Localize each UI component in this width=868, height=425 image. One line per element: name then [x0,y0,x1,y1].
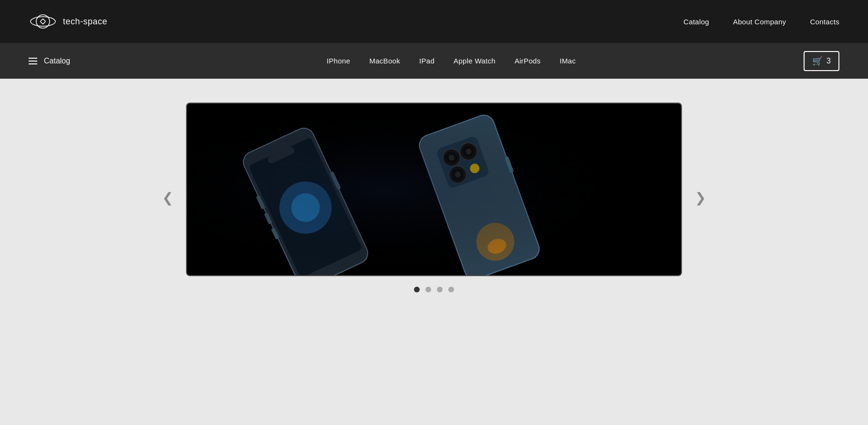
slider-prev-button[interactable]: ❮ [157,185,178,210]
catalog-label: Catalog [44,57,70,65]
catalog-link-applewatch[interactable]: Apple Watch [454,57,496,65]
iphone-illustration [187,104,681,275]
top-navigation: tech-space Catalog About Company Contact… [0,0,868,43]
logo-text: tech-space [63,17,107,27]
catalog-link-ipad[interactable]: IPad [419,57,434,65]
cart-count: 3 [827,57,831,65]
logo-icon [29,7,57,36]
slider-dots [186,287,682,292]
svg-rect-1 [40,19,45,24]
nav-about-link[interactable]: About Company [733,18,786,26]
top-nav-links: Catalog About Company Contacts [683,18,839,26]
main-content: ❮ [0,79,868,316]
cart-icon: 🛒 [812,56,823,66]
nav-contacts-link[interactable]: Contacts [810,18,839,26]
catalog-link-airpods[interactable]: AirPods [515,57,541,65]
slider-wrapper [186,103,682,276]
slider-image [187,104,681,275]
catalog-nav-links: IPhone MacBook IPad Apple Watch AirPods … [99,57,804,65]
catalog-menu-button[interactable]: Catalog [29,57,70,65]
slider-dot-3[interactable] [437,287,443,292]
catalog-link-iphone[interactable]: IPhone [327,57,350,65]
catalog-link-imac[interactable]: IMac [560,57,576,65]
slider-dot-2[interactable] [425,287,431,292]
svg-rect-28 [187,104,681,275]
cart-button[interactable]: 🛒 3 [804,51,839,71]
catalog-bar: Catalog IPhone MacBook IPad Apple Watch … [0,43,868,79]
nav-catalog-link[interactable]: Catalog [683,18,709,26]
hamburger-icon [29,58,37,64]
svg-point-2 [31,17,55,26]
logo-area: tech-space [29,7,683,36]
slider-container: ❮ [186,103,682,292]
slider-dot-1[interactable] [414,287,420,292]
catalog-link-macbook[interactable]: MacBook [369,57,400,65]
slider-dot-4[interactable] [448,287,454,292]
slider-next-button[interactable]: ❯ [690,185,711,210]
